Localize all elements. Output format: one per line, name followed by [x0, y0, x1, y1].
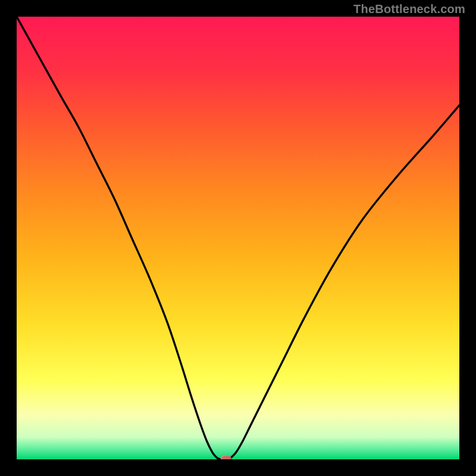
watermark-text: TheBottleneck.com: [353, 2, 465, 16]
optimal-point-marker: [221, 455, 231, 460]
plot-area: [17, 17, 459, 459]
chart-frame: TheBottleneck.com: [0, 0, 476, 476]
bottleneck-curve: [17, 17, 459, 459]
